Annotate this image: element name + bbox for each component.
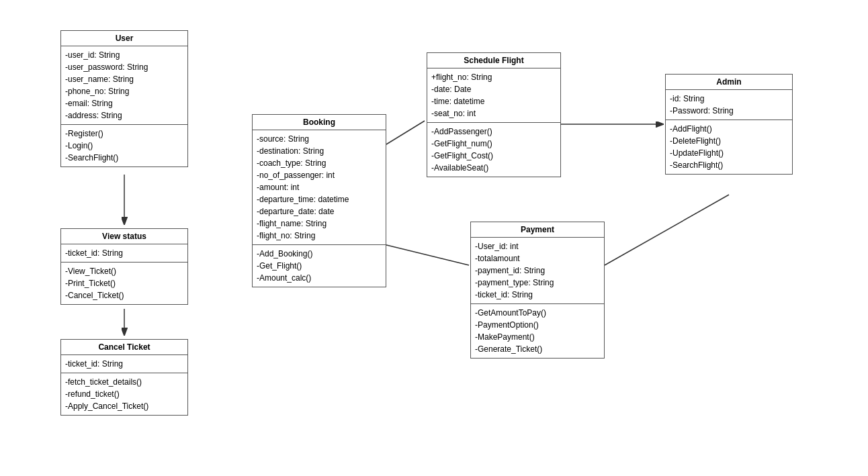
admin-class: Admin -id: String -Password: String -Add… bbox=[665, 74, 793, 175]
user-attr-4: -phone_no: String bbox=[65, 85, 183, 97]
admin-method-4: -SearchFlight() bbox=[670, 159, 788, 171]
booking-attr-8: -flight_name: String bbox=[257, 218, 382, 230]
svg-line-3 bbox=[386, 121, 425, 144]
view-status-attributes: -ticket_id: String bbox=[61, 244, 187, 263]
schedule-flight-attr-1: +flight_no: String bbox=[431, 71, 556, 83]
booking-attr-7: -departure_date: date bbox=[257, 205, 382, 218]
user-attr-3: -user_name: String bbox=[65, 73, 183, 85]
schedule-flight-attr-2: -date: Date bbox=[431, 83, 556, 95]
booking-attr-6: -departure_time: datetime bbox=[257, 193, 382, 205]
booking-method-2: -Get_Flight() bbox=[257, 260, 382, 272]
view-status-method-2: -Print_Ticket() bbox=[65, 277, 183, 289]
booking-method-1: -Add_Booking() bbox=[257, 248, 382, 260]
user-class: User -user_id: String -user_password: St… bbox=[60, 30, 188, 167]
user-method-2: -Login() bbox=[65, 140, 183, 152]
view-status-method-3: -Cancel_Ticket() bbox=[65, 289, 183, 301]
view-status-class: View status -ticket_id: String -View_Tic… bbox=[60, 228, 188, 305]
booking-method-3: -Amount_calc() bbox=[257, 272, 382, 284]
schedule-flight-title: Schedule Flight bbox=[427, 53, 560, 68]
schedule-flight-method-1: -AddPassenger() bbox=[431, 126, 556, 138]
booking-methods: -Add_Booking() -Get_Flight() -Amount_cal… bbox=[253, 245, 386, 287]
user-attr-1: -user_id: String bbox=[65, 49, 183, 61]
payment-attr-4: -payment_type: String bbox=[475, 277, 600, 289]
schedule-flight-method-3: -GetFlight_Cost() bbox=[431, 150, 556, 162]
booking-attr-1: -source: String bbox=[257, 133, 382, 145]
payment-methods: -GetAmountToPay() -PaymentOption() -Make… bbox=[471, 304, 604, 358]
cancel-ticket-method-2: -refund_ticket() bbox=[65, 388, 183, 400]
user-attr-2: -user_password: String bbox=[65, 61, 183, 73]
user-method-3: -SearchFlight() bbox=[65, 152, 183, 164]
user-method-1: -Register() bbox=[65, 128, 183, 140]
cancel-ticket-method-3: -Apply_Cancel_Ticket() bbox=[65, 400, 183, 412]
svg-line-4 bbox=[373, 242, 469, 265]
user-attr-5: -email: String bbox=[65, 97, 183, 109]
payment-attr-1: -User_id: int bbox=[475, 240, 600, 252]
admin-methods: -AddFlight() -DeleteFlight() -UpdateFlig… bbox=[666, 120, 792, 174]
admin-attributes: -id: String -Password: String bbox=[666, 90, 792, 120]
cancel-ticket-methods: -fetch_ticket_details() -refund_ticket()… bbox=[61, 373, 187, 415]
cancel-ticket-attr-1: -ticket_id: String bbox=[65, 358, 183, 370]
payment-title: Payment bbox=[471, 222, 604, 238]
cancel-ticket-method-1: -fetch_ticket_details() bbox=[65, 376, 183, 388]
user-attributes: -user_id: String -user_password: String … bbox=[61, 46, 187, 125]
booking-title: Booking bbox=[253, 115, 386, 130]
user-attr-6: -address: String bbox=[65, 109, 183, 122]
svg-line-6 bbox=[605, 195, 729, 265]
view-status-title: View status bbox=[61, 229, 187, 244]
admin-attr-1: -id: String bbox=[670, 93, 788, 105]
payment-attr-2: -totalamount bbox=[475, 252, 600, 265]
user-title: User bbox=[61, 31, 187, 46]
cancel-ticket-attributes: -ticket_id: String bbox=[61, 355, 187, 373]
admin-method-3: -UpdateFlight() bbox=[670, 147, 788, 159]
payment-method-4: -Generate_Ticket() bbox=[475, 343, 600, 355]
schedule-flight-attr-3: -time: datetime bbox=[431, 95, 556, 107]
cancel-ticket-title: Cancel Ticket bbox=[61, 340, 187, 355]
view-status-method-1: -View_Ticket() bbox=[65, 265, 183, 277]
payment-attr-3: -payment_id: String bbox=[475, 265, 600, 277]
payment-method-1: -GetAmountToPay() bbox=[475, 307, 600, 319]
schedule-flight-attr-4: -seat_no: int bbox=[431, 107, 556, 120]
booking-class: Booking -source: String -destination: St… bbox=[252, 114, 386, 287]
admin-attr-2: -Password: String bbox=[670, 105, 788, 117]
admin-title: Admin bbox=[666, 75, 792, 90]
view-status-methods: -View_Ticket() -Print_Ticket() -Cancel_T… bbox=[61, 263, 187, 304]
payment-attributes: -User_id: int -totalamount -payment_id: … bbox=[471, 238, 604, 304]
booking-attr-3: -coach_type: String bbox=[257, 157, 382, 169]
schedule-flight-methods: -AddPassenger() -GetFlight_num() -GetFli… bbox=[427, 123, 560, 177]
admin-method-1: -AddFlight() bbox=[670, 123, 788, 135]
booking-attr-5: -amount: int bbox=[257, 181, 382, 193]
booking-attributes: -source: String -destination: String -co… bbox=[253, 130, 386, 245]
payment-class: Payment -User_id: int -totalamount -paym… bbox=[470, 222, 605, 359]
payment-method-2: -PaymentOption() bbox=[475, 319, 600, 331]
cancel-ticket-class: Cancel Ticket -ticket_id: String -fetch_… bbox=[60, 339, 188, 416]
booking-attr-2: -destination: String bbox=[257, 145, 382, 157]
payment-attr-5: -ticket_id: String bbox=[475, 289, 600, 301]
user-methods: -Register() -Login() -SearchFlight() bbox=[61, 125, 187, 166]
admin-method-2: -DeleteFlight() bbox=[670, 135, 788, 147]
view-status-attr-1: -ticket_id: String bbox=[65, 247, 183, 259]
diagram-container: User -user_id: String -user_password: St… bbox=[0, 0, 868, 476]
schedule-flight-method-4: -AvailableSeat() bbox=[431, 162, 556, 174]
booking-attr-9: -flight_no: String bbox=[257, 230, 382, 242]
schedule-flight-class: Schedule Flight +flight_no: String -date… bbox=[427, 52, 561, 177]
booking-attr-4: -no_of_passenger: int bbox=[257, 169, 382, 181]
schedule-flight-method-2: -GetFlight_num() bbox=[431, 138, 556, 150]
payment-method-3: -MakePayment() bbox=[475, 331, 600, 343]
schedule-flight-attributes: +flight_no: String -date: Date -time: da… bbox=[427, 68, 560, 123]
